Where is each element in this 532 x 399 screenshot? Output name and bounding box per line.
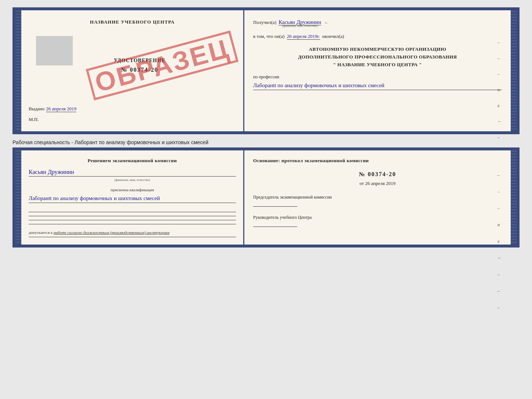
br-date: от 26 апреля 2019 <box>253 181 502 186</box>
specialty-line: Рабочая специальность - Лаборант по анал… <box>12 137 520 147</box>
bottom-left-page: Решением экзаменационной комиссии Касьян… <box>21 150 244 245</box>
br-right-dashes: – – – и а ← – – – <box>497 172 502 310</box>
cert-org-block: АВТОНОМНУЮ НЕКОММЕРЧЕСКУЮ ОРГАНИЗАЦИЮ ДО… <box>253 46 502 68</box>
cert-profession-label: по профессии <box>253 74 502 80</box>
cert-issued-line: Выдано 26 апреля 2019 <box>29 106 236 112</box>
cert-completed-row: в том, что он(а) 26 апреля 2019г. окончи… <box>253 33 502 40</box>
top-certificate: НАЗВАНИЕ УЧЕБНОГО ЦЕНТРА УДОСТОВЕРЕНИЕ №… <box>12 7 520 134</box>
bl-name: Касьян Дружинин <box>29 169 236 177</box>
br-director-sign <box>253 227 297 227</box>
cert-issued-label: Выдано <box>29 106 44 112</box>
bl-decision-label: Решением экзаменационной комиссии <box>29 158 236 164</box>
br-date-value: 26 апреля 2019 <box>365 181 396 186</box>
cert-spine-right <box>511 10 517 131</box>
cert-mp: М.П. <box>29 117 236 122</box>
bl-qual-label: присвоена квалификация <box>29 188 236 192</box>
cert-school-title: НАЗВАНИЕ УЧЕБНОГО ЦЕНТРА <box>29 19 236 25</box>
cert-left-page: НАЗВАНИЕ УЧЕБНОГО ЦЕНТРА УДОСТОВЕРЕНИЕ №… <box>21 10 244 131</box>
br-chair-label: Председатель экзаменационной комиссии <box>253 194 502 200</box>
bottom-spine-right <box>511 150 517 245</box>
bottom-certificate: Решением экзаменационной комиссии Касьян… <box>12 147 520 247</box>
cert-doc-title: УДОСТОВЕРЕНИЕ <box>114 58 165 64</box>
bl-name-sub: (фамилия, имя, отчество) <box>29 178 236 182</box>
cert-received-label: Получил(а) <box>253 19 276 25</box>
bl-lines <box>29 212 236 224</box>
cert-completed-date: 26 апреля 2019г. <box>287 33 320 40</box>
cert-org-line2: ДОПОЛНИТЕЛЬНОГО ПРОФЕССИОНАЛЬНОГО ОБРАЗО… <box>253 53 502 61</box>
br-basis-label: Основание: протокол экзаменационной коми… <box>253 158 502 164</box>
cert-issued-date: 26 апреля 2019 <box>46 106 76 112</box>
cert-org-line3: " НАЗВАНИЕ УЧЕБНОГО ЦЕНТРА " <box>253 61 502 69</box>
bl-bottom-line <box>29 237 236 237</box>
cert-stamp-area: УДОСТОВЕРЕНИЕ № 00374-20 ОБРАЗЕЦ <box>29 32 236 99</box>
cert-received-row: Получил(а) Касьян Дружинин (фамилия, имя… <box>253 19 502 28</box>
cert-photo-placeholder <box>36 36 73 65</box>
cert-doc-block: УДОСТОВЕРЕНИЕ № 00374-20 <box>114 58 165 73</box>
cert-completed-label: в том, что он(а) <box>253 33 285 39</box>
bottom-spine-left <box>15 150 21 245</box>
cert-profession-value: Лаборанtt по анализу формовочных и шихто… <box>253 81 502 90</box>
br-director-label: Руководитель учебного Центра <box>253 214 502 221</box>
br-chair-sign <box>253 206 297 207</box>
cert-doc-number: № 00374-20 <box>114 67 165 73</box>
cert-received-sub: (фамилия, имя, отчество) <box>278 24 321 28</box>
cert-org-line1: АВТОНОМНУЮ НЕКОММЕРЧЕСКУЮ ОРГАНИЗАЦИЮ <box>253 46 502 53</box>
bl-permission-prefix: допускается к <box>29 230 53 235</box>
bottom-right-page: Основание: протокол экзаменационной коми… <box>244 150 511 245</box>
bl-permission-text: работе согласно должностным (производств… <box>54 230 169 235</box>
cert-completed-suffix: окончил(а) <box>322 33 344 39</box>
cert-issued-block: Выдано 26 апреля 2019 <box>29 106 236 112</box>
br-date-prefix: от <box>360 181 364 186</box>
cert-profession-block: по профессии Лаборанtt по анализу формов… <box>253 74 502 90</box>
bl-qual-value: Лаборанtt по анализу формовочных и шихто… <box>29 194 236 203</box>
cert-spine-left <box>15 10 21 131</box>
cert-right-page: Получил(а) Касьян Дружинин (фамилия, имя… <box>244 10 511 131</box>
br-protocol-number: № 00374-20 <box>253 171 502 178</box>
bl-permission: допускается к работе согласно должностны… <box>29 230 236 235</box>
